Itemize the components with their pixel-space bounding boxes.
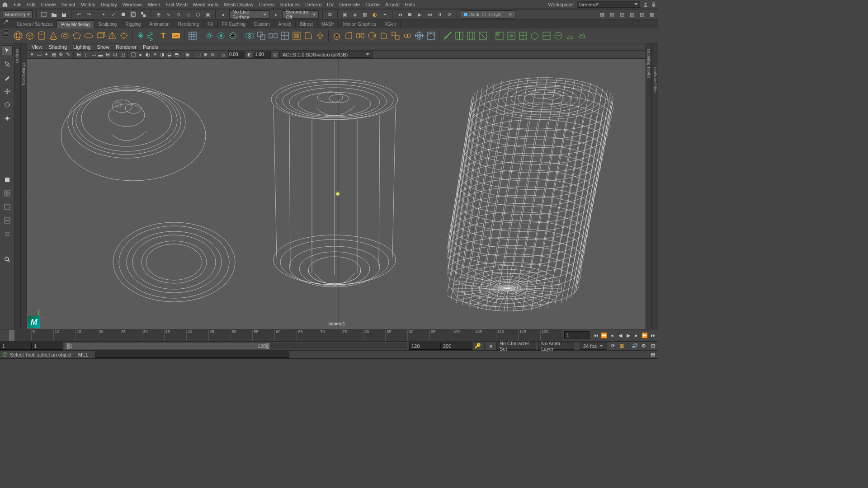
safe-action-icon[interactable]: ⊡ [112,52,118,57]
shelf-tab-fx-caching[interactable]: FX Caching [218,20,250,28]
shelf-tab-rigging[interactable]: Rigging [121,20,145,28]
playblast-pause-icon[interactable]: ⏸ [436,11,443,18]
loop-icon[interactable]: ⟳ [609,343,616,350]
layout-grid-icon[interactable] [2,188,13,199]
shelf-polyDisc[interactable] [83,30,94,41]
shelf-sheet[interactable] [187,30,198,41]
panel-menu-view[interactable]: View [32,44,42,50]
shelf-polyPrism[interactable] [95,30,106,41]
menu-editmesh[interactable]: Edit Mesh [165,2,188,7]
shelf-helix[interactable] [147,30,158,41]
panel-menu-panels[interactable]: Panels [143,44,158,50]
safe-title-icon[interactable]: ◫ [119,52,125,57]
shelf-collapse[interactable] [315,30,326,41]
animlayer-select[interactable]: No Anim Layer [538,343,574,350]
tool-settings-tab[interactable]: Tool Settings [21,43,27,329]
shelf-wedge[interactable] [367,30,377,41]
anim-prefs-icon[interactable]: ⊞ [649,343,656,350]
shelf-polyCube[interactable] [24,30,35,41]
shelf-tab-sculpting[interactable]: Sculpting [94,20,121,28]
shelf-target[interactable] [414,30,425,41]
shelf-offsetEdge[interactable] [466,30,476,41]
workspace-select[interactable]: General* [577,1,640,8]
shelf-bridge[interactable] [279,30,290,41]
motion-blur-icon[interactable]: ◓ [174,52,179,57]
shelf-multicut[interactable] [442,30,453,41]
snap-live-icon[interactable]: ⬡ [194,11,202,18]
layout-list-icon[interactable] [2,229,13,239]
isolate-icon[interactable]: ◉ [184,52,190,57]
panel-menu-shading[interactable]: Shading [49,44,67,50]
shelf-quad2[interactable] [506,30,517,41]
wireframe-icon[interactable]: ◯ [130,52,136,57]
shelf-polyPlatonic[interactable] [71,30,82,41]
redo-icon[interactable]: ↷ [85,11,92,18]
panel-menu-renderer[interactable]: Renderer [116,44,137,50]
snap-view-icon[interactable]: ▣ [204,11,212,18]
menu-display[interactable]: Display [101,2,117,7]
shelf-bridge2[interactable] [355,30,366,41]
shelf-soft[interactable] [216,30,226,41]
playblast-stop-icon[interactable]: ⏹ [406,11,413,18]
toggle-ui-3-icon[interactable]: ▥ [618,11,626,18]
playblast-loop-icon[interactable]: ⟳ [446,11,453,18]
menu-file[interactable]: File [14,2,22,7]
search-tool[interactable] [2,254,13,265]
rotate-tool[interactable] [2,99,13,110]
view-transform-icon[interactable]: ◎ [272,52,278,57]
go-start-icon[interactable]: ⏮ [592,332,599,339]
script-editor-icon[interactable]: ▤ [649,351,656,358]
xray-comp-icon[interactable]: ⊗ [210,52,216,57]
autokey-icon[interactable]: 🔑 [474,343,481,350]
home-icon[interactable] [2,1,8,8]
shelf-quad5[interactable] [541,30,552,41]
snap-point-icon[interactable]: ⊙ [175,11,182,18]
bookmark-icon[interactable]: ✦ [43,52,49,57]
menu-curves[interactable]: Curves [259,2,275,7]
step-back-icon[interactable]: ◂ [609,332,616,339]
play-back-icon[interactable]: ◀ [617,332,624,339]
menu-generate[interactable]: Generate [339,2,360,7]
cam-select-icon[interactable]: ▾ [29,52,35,57]
shelf-tab-bifrost[interactable]: Bifrost [296,20,317,28]
range-start-field[interactable]: 1 [0,343,32,350]
menu-set-select[interactable]: Modeling [3,10,33,19]
shelf-polyPyramid[interactable] [107,30,118,41]
menu-meshdisplay[interactable]: Mesh Display [224,2,254,7]
color-space-select[interactable]: ACES 1.0 SDR-video (sRGB) [279,52,373,58]
shelf-superEllipse[interactable] [135,30,146,41]
shelf-fill[interactable] [291,30,302,41]
step-back-key-icon[interactable]: ⏪ [600,332,608,339]
snap-curve-icon[interactable]: ∿ [165,11,172,18]
panel-menu-show[interactable]: Show [97,44,110,50]
shelf-tab-poly-modeling[interactable]: Poly Modeling [57,20,94,28]
lasso-tool[interactable] [2,59,13,70]
signin-icon[interactable] [643,2,648,7]
playblast-next-icon[interactable]: ⏭ [426,11,433,18]
shelf-connect[interactable] [477,30,488,41]
grease-icon[interactable]: ✎ [65,52,71,57]
range-opts-icon[interactable]: ▦ [618,343,625,350]
shelf-quad6[interactable] [553,30,564,41]
exposure-field[interactable]: 0.00 [228,52,245,58]
shelf-tab-animation[interactable]: Animation [145,20,174,28]
exposure-icon[interactable]: ☼ [221,52,226,57]
command-input[interactable] [95,352,289,358]
menu-modify[interactable]: Modify [80,2,95,7]
shelf-bevel[interactable] [343,30,354,41]
range-end-field[interactable]: 200 [441,343,472,350]
history-icon[interactable]: ⧉ [326,11,334,18]
shelf-smooth[interactable] [425,30,436,41]
use-lights-icon[interactable]: ☀ [152,52,158,57]
render-frame-icon[interactable]: ▣ [341,11,349,18]
sel-multi-icon[interactable] [140,11,147,18]
shelf-tab-rendering[interactable]: Rendering [174,20,203,28]
xray-icon[interactable]: ⬚ [195,52,201,57]
time-playhead[interactable] [9,330,14,341]
move-tool[interactable] [2,86,13,97]
toggle-ui-2-icon[interactable]: ▤ [609,11,616,18]
toggle-ui-6-icon[interactable]: ▩ [648,11,656,18]
shelf-tab-mash[interactable]: MASH [317,20,339,28]
cam-attr-icon[interactable]: ▭ [36,52,42,57]
shelf-polyCylinder[interactable] [36,30,47,41]
